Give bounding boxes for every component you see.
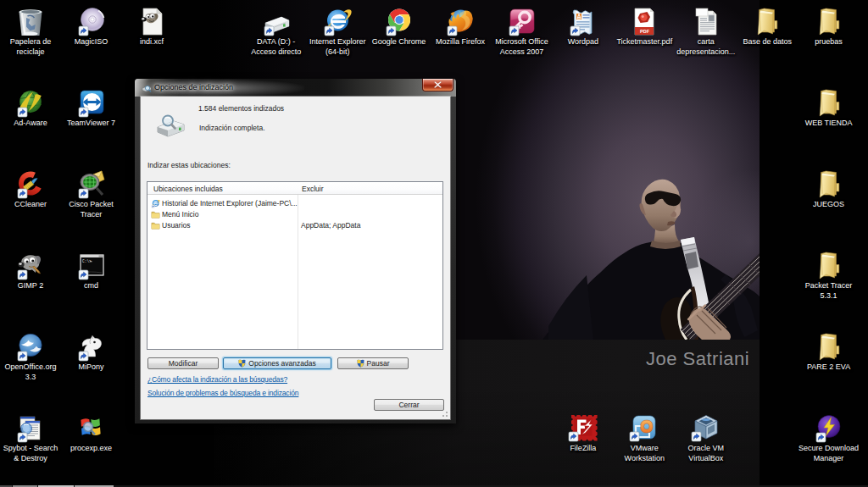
svg-text:C:\>: C:\> xyxy=(82,259,92,263)
svg-text:PDF: PDF xyxy=(640,29,650,34)
